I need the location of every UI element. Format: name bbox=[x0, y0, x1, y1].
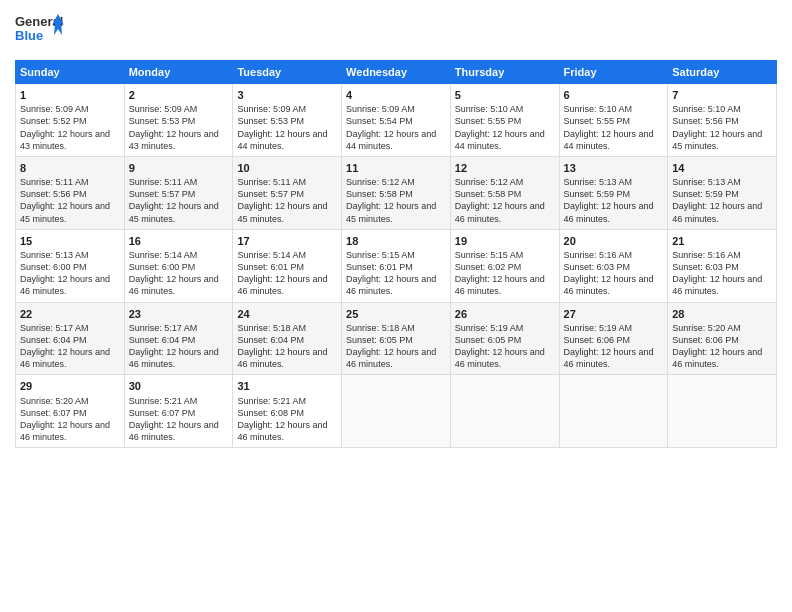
week-row-3: 15 Sunrise: 5:13 AM Sunset: 6:00 PM Dayl… bbox=[16, 229, 777, 302]
day-number: 22 bbox=[20, 307, 120, 321]
calendar-cell: 15 Sunrise: 5:13 AM Sunset: 6:00 PM Dayl… bbox=[16, 229, 125, 302]
col-header-friday: Friday bbox=[559, 61, 668, 84]
day-info: Sunrise: 5:18 AM Sunset: 6:05 PM Dayligh… bbox=[346, 322, 446, 371]
calendar-cell: 30 Sunrise: 5:21 AM Sunset: 6:07 PM Dayl… bbox=[124, 375, 233, 448]
day-number: 21 bbox=[672, 234, 772, 248]
day-info: Sunrise: 5:17 AM Sunset: 6:04 PM Dayligh… bbox=[129, 322, 229, 371]
day-number: 23 bbox=[129, 307, 229, 321]
logo: General Blue bbox=[15, 10, 65, 52]
calendar-cell: 22 Sunrise: 5:17 AM Sunset: 6:04 PM Dayl… bbox=[16, 302, 125, 375]
day-info: Sunrise: 5:10 AM Sunset: 5:55 PM Dayligh… bbox=[564, 103, 664, 152]
day-info: Sunrise: 5:21 AM Sunset: 6:07 PM Dayligh… bbox=[129, 395, 229, 444]
day-number: 19 bbox=[455, 234, 555, 248]
day-number: 8 bbox=[20, 161, 120, 175]
day-number: 2 bbox=[129, 88, 229, 102]
day-number: 29 bbox=[20, 379, 120, 393]
day-number: 1 bbox=[20, 88, 120, 102]
day-info: Sunrise: 5:14 AM Sunset: 6:01 PM Dayligh… bbox=[237, 249, 337, 298]
day-number: 31 bbox=[237, 379, 337, 393]
page: General Blue SundayMondayTuesdayWednesda… bbox=[0, 0, 792, 612]
day-info: Sunrise: 5:21 AM Sunset: 6:08 PM Dayligh… bbox=[237, 395, 337, 444]
day-info: Sunrise: 5:10 AM Sunset: 5:56 PM Dayligh… bbox=[672, 103, 772, 152]
day-number: 6 bbox=[564, 88, 664, 102]
day-number: 10 bbox=[237, 161, 337, 175]
calendar-cell: 20 Sunrise: 5:16 AM Sunset: 6:03 PM Dayl… bbox=[559, 229, 668, 302]
calendar-table: SundayMondayTuesdayWednesdayThursdayFrid… bbox=[15, 60, 777, 448]
day-info: Sunrise: 5:16 AM Sunset: 6:03 PM Dayligh… bbox=[672, 249, 772, 298]
day-info: Sunrise: 5:19 AM Sunset: 6:05 PM Dayligh… bbox=[455, 322, 555, 371]
week-row-1: 1 Sunrise: 5:09 AM Sunset: 5:52 PM Dayli… bbox=[16, 84, 777, 157]
day-info: Sunrise: 5:09 AM Sunset: 5:53 PM Dayligh… bbox=[129, 103, 229, 152]
day-info: Sunrise: 5:16 AM Sunset: 6:03 PM Dayligh… bbox=[564, 249, 664, 298]
calendar-cell: 23 Sunrise: 5:17 AM Sunset: 6:04 PM Dayl… bbox=[124, 302, 233, 375]
day-info: Sunrise: 5:20 AM Sunset: 6:07 PM Dayligh… bbox=[20, 395, 120, 444]
day-info: Sunrise: 5:13 AM Sunset: 5:59 PM Dayligh… bbox=[672, 176, 772, 225]
svg-text:Blue: Blue bbox=[15, 28, 43, 43]
col-header-wednesday: Wednesday bbox=[342, 61, 451, 84]
calendar-cell: 31 Sunrise: 5:21 AM Sunset: 6:08 PM Dayl… bbox=[233, 375, 342, 448]
day-info: Sunrise: 5:11 AM Sunset: 5:56 PM Dayligh… bbox=[20, 176, 120, 225]
day-info: Sunrise: 5:13 AM Sunset: 5:59 PM Dayligh… bbox=[564, 176, 664, 225]
calendar-cell bbox=[559, 375, 668, 448]
calendar-cell: 27 Sunrise: 5:19 AM Sunset: 6:06 PM Dayl… bbox=[559, 302, 668, 375]
calendar-cell: 28 Sunrise: 5:20 AM Sunset: 6:06 PM Dayl… bbox=[668, 302, 777, 375]
day-info: Sunrise: 5:10 AM Sunset: 5:55 PM Dayligh… bbox=[455, 103, 555, 152]
calendar-cell: 5 Sunrise: 5:10 AM Sunset: 5:55 PM Dayli… bbox=[450, 84, 559, 157]
calendar-cell: 26 Sunrise: 5:19 AM Sunset: 6:05 PM Dayl… bbox=[450, 302, 559, 375]
day-info: Sunrise: 5:09 AM Sunset: 5:53 PM Dayligh… bbox=[237, 103, 337, 152]
week-row-2: 8 Sunrise: 5:11 AM Sunset: 5:56 PM Dayli… bbox=[16, 156, 777, 229]
calendar-cell: 6 Sunrise: 5:10 AM Sunset: 5:55 PM Dayli… bbox=[559, 84, 668, 157]
logo-svg: General Blue bbox=[15, 10, 65, 52]
calendar-cell: 9 Sunrise: 5:11 AM Sunset: 5:57 PM Dayli… bbox=[124, 156, 233, 229]
day-info: Sunrise: 5:13 AM Sunset: 6:00 PM Dayligh… bbox=[20, 249, 120, 298]
col-header-saturday: Saturday bbox=[668, 61, 777, 84]
calendar-cell bbox=[342, 375, 451, 448]
week-row-5: 29 Sunrise: 5:20 AM Sunset: 6:07 PM Dayl… bbox=[16, 375, 777, 448]
calendar-cell bbox=[668, 375, 777, 448]
day-info: Sunrise: 5:20 AM Sunset: 6:06 PM Dayligh… bbox=[672, 322, 772, 371]
calendar-cell: 25 Sunrise: 5:18 AM Sunset: 6:05 PM Dayl… bbox=[342, 302, 451, 375]
day-number: 7 bbox=[672, 88, 772, 102]
day-number: 26 bbox=[455, 307, 555, 321]
day-info: Sunrise: 5:11 AM Sunset: 5:57 PM Dayligh… bbox=[237, 176, 337, 225]
day-number: 3 bbox=[237, 88, 337, 102]
calendar-cell: 24 Sunrise: 5:18 AM Sunset: 6:04 PM Dayl… bbox=[233, 302, 342, 375]
day-info: Sunrise: 5:12 AM Sunset: 5:58 PM Dayligh… bbox=[346, 176, 446, 225]
col-header-monday: Monday bbox=[124, 61, 233, 84]
day-info: Sunrise: 5:12 AM Sunset: 5:58 PM Dayligh… bbox=[455, 176, 555, 225]
calendar-cell: 29 Sunrise: 5:20 AM Sunset: 6:07 PM Dayl… bbox=[16, 375, 125, 448]
day-number: 30 bbox=[129, 379, 229, 393]
calendar-cell: 18 Sunrise: 5:15 AM Sunset: 6:01 PM Dayl… bbox=[342, 229, 451, 302]
calendar-cell: 2 Sunrise: 5:09 AM Sunset: 5:53 PM Dayli… bbox=[124, 84, 233, 157]
day-number: 12 bbox=[455, 161, 555, 175]
day-info: Sunrise: 5:18 AM Sunset: 6:04 PM Dayligh… bbox=[237, 322, 337, 371]
day-number: 28 bbox=[672, 307, 772, 321]
week-row-4: 22 Sunrise: 5:17 AM Sunset: 6:04 PM Dayl… bbox=[16, 302, 777, 375]
day-number: 4 bbox=[346, 88, 446, 102]
day-number: 20 bbox=[564, 234, 664, 248]
calendar-cell: 21 Sunrise: 5:16 AM Sunset: 6:03 PM Dayl… bbox=[668, 229, 777, 302]
calendar-cell: 8 Sunrise: 5:11 AM Sunset: 5:56 PM Dayli… bbox=[16, 156, 125, 229]
day-number: 27 bbox=[564, 307, 664, 321]
calendar-header-row: SundayMondayTuesdayWednesdayThursdayFrid… bbox=[16, 61, 777, 84]
calendar-cell bbox=[450, 375, 559, 448]
day-number: 17 bbox=[237, 234, 337, 248]
day-info: Sunrise: 5:11 AM Sunset: 5:57 PM Dayligh… bbox=[129, 176, 229, 225]
day-number: 18 bbox=[346, 234, 446, 248]
header: General Blue bbox=[15, 10, 777, 52]
day-info: Sunrise: 5:15 AM Sunset: 6:01 PM Dayligh… bbox=[346, 249, 446, 298]
col-header-tuesday: Tuesday bbox=[233, 61, 342, 84]
day-info: Sunrise: 5:15 AM Sunset: 6:02 PM Dayligh… bbox=[455, 249, 555, 298]
day-number: 25 bbox=[346, 307, 446, 321]
calendar-cell: 10 Sunrise: 5:11 AM Sunset: 5:57 PM Dayl… bbox=[233, 156, 342, 229]
day-number: 5 bbox=[455, 88, 555, 102]
day-info: Sunrise: 5:09 AM Sunset: 5:52 PM Dayligh… bbox=[20, 103, 120, 152]
day-number: 15 bbox=[20, 234, 120, 248]
day-info: Sunrise: 5:17 AM Sunset: 6:04 PM Dayligh… bbox=[20, 322, 120, 371]
calendar-cell: 3 Sunrise: 5:09 AM Sunset: 5:53 PM Dayli… bbox=[233, 84, 342, 157]
calendar-cell: 1 Sunrise: 5:09 AM Sunset: 5:52 PM Dayli… bbox=[16, 84, 125, 157]
calendar-cell: 7 Sunrise: 5:10 AM Sunset: 5:56 PM Dayli… bbox=[668, 84, 777, 157]
calendar-cell: 14 Sunrise: 5:13 AM Sunset: 5:59 PM Dayl… bbox=[668, 156, 777, 229]
day-info: Sunrise: 5:14 AM Sunset: 6:00 PM Dayligh… bbox=[129, 249, 229, 298]
day-number: 9 bbox=[129, 161, 229, 175]
